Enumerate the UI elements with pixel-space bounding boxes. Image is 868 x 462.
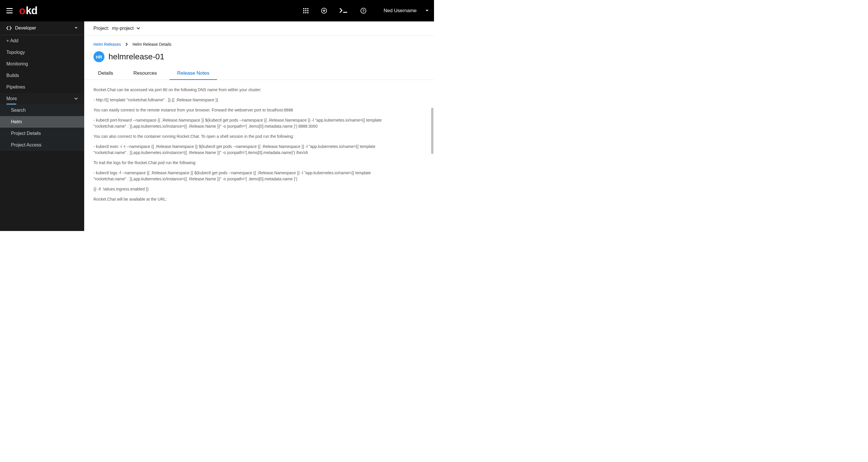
toolbar-icons: ? xyxy=(303,8,366,13)
page-header: Helm Releases Helm Release Details HR he… xyxy=(84,36,434,67)
breadcrumb-current: Helm Release Details xyxy=(132,42,172,47)
terminal-icon[interactable] xyxy=(340,8,348,13)
svg-text:?: ? xyxy=(362,9,365,13)
code-icon xyxy=(6,26,11,30)
sidebar-item-label: Monitoring xyxy=(6,61,28,66)
hamburger-menu-button[interactable] xyxy=(6,7,13,14)
notes-line: You can also connect to the container ru… xyxy=(93,134,402,140)
page-title-row: HR helmrelease-01 xyxy=(93,51,425,67)
sidebar: Developer + Add Topology Monitoring Buil… xyxy=(0,22,84,231)
notes-line: {{- if .Values.ingress.enabled }} xyxy=(93,186,402,192)
breadcrumb: Helm Releases Helm Release Details xyxy=(93,42,425,47)
tab-resources[interactable]: Resources xyxy=(126,67,164,80)
notes-line: - kubectl logs -f --namespace {{ .Releas… xyxy=(93,170,402,182)
notes-line: You can easily connect to the remote ins… xyxy=(93,107,402,113)
notes-line: Rocket.Chat will be available at the URL… xyxy=(93,196,402,202)
project-label: Project: xyxy=(93,26,109,31)
svg-rect-8 xyxy=(307,12,308,13)
sidebar-subitem-search[interactable]: Search xyxy=(0,105,84,116)
sidebar-subnav-more: Search Helm Project Details Project Acce… xyxy=(0,105,84,151)
chevron-right-icon xyxy=(126,42,128,46)
user-menu-dropdown[interactable]: Ned Username xyxy=(384,8,429,13)
sidebar-item-label: Project Details xyxy=(11,131,41,136)
perspective-label: Developer xyxy=(15,26,36,31)
svg-rect-6 xyxy=(303,12,304,13)
sidebar-item-pipelines[interactable]: Pipelines xyxy=(0,81,84,93)
svg-rect-5 xyxy=(307,10,308,11)
apps-grid-icon[interactable] xyxy=(303,8,308,13)
caret-down-icon xyxy=(425,9,429,12)
okd-logo[interactable]: okd xyxy=(19,5,37,16)
caret-down-icon xyxy=(74,27,78,29)
help-icon[interactable]: ? xyxy=(361,8,366,13)
tab-label: Details xyxy=(98,70,113,76)
masthead: okd ? Ned Username xyxy=(0,0,434,22)
chevron-down-icon xyxy=(74,97,78,100)
sidebar-subitem-helm[interactable]: Helm xyxy=(0,116,84,128)
notes-line: - http://{{ template "rocketchat.fullnam… xyxy=(93,97,402,103)
tab-release-notes[interactable]: Release Notes xyxy=(169,67,217,80)
tab-label: Release Notes xyxy=(177,70,210,76)
svg-rect-12 xyxy=(343,12,347,13)
page-body: Helm Releases Helm Release Details HR he… xyxy=(84,36,434,231)
svg-rect-3 xyxy=(303,10,304,11)
sidebar-item-label: Helm xyxy=(11,119,22,124)
caret-down-icon xyxy=(136,27,140,30)
sidebar-subitem-project-details[interactable]: Project Details xyxy=(0,128,84,139)
username-label: Ned Username xyxy=(384,8,416,13)
sidebar-item-add[interactable]: + Add xyxy=(0,35,84,47)
scrollbar-thumb[interactable] xyxy=(431,108,433,154)
main-content: Project: my-project Helm Releases Helm R… xyxy=(84,22,434,231)
sidebar-item-more[interactable]: More xyxy=(0,93,84,105)
sidebar-item-label: Topology xyxy=(6,50,25,55)
project-bar: Project: my-project xyxy=(84,22,434,36)
release-notes-content: Rocket.Chat can be accessed via port 80 … xyxy=(84,80,434,218)
svg-rect-11 xyxy=(322,10,326,11)
notes-line: Rocket.Chat can be accessed via port 80 … xyxy=(93,87,402,93)
perspective-switcher[interactable]: Developer xyxy=(0,22,84,35)
breadcrumb-parent-link[interactable]: Helm Releases xyxy=(93,42,121,47)
tab-details[interactable]: Details xyxy=(91,67,121,80)
sidebar-item-monitoring[interactable]: Monitoring xyxy=(0,58,84,70)
sidebar-item-label: More xyxy=(6,96,17,101)
sidebar-item-label: Builds xyxy=(6,73,19,78)
sidebar-item-label: + Add xyxy=(6,38,18,44)
sidebar-item-label: Search xyxy=(11,108,26,113)
sidebar-subitem-project-access[interactable]: Project Access xyxy=(0,139,84,151)
sidebar-item-label: Project Access xyxy=(11,142,41,148)
page-title: helmrelease-01 xyxy=(108,52,164,61)
project-value: my-project xyxy=(112,26,134,31)
svg-rect-7 xyxy=(305,12,306,13)
notes-line: To trail the logs for the Rocket.Chat po… xyxy=(93,160,402,166)
tab-label: Resources xyxy=(133,70,157,76)
sidebar-item-topology[interactable]: Topology xyxy=(0,47,84,58)
sidebar-item-builds[interactable]: Builds xyxy=(0,70,84,81)
notes-line: - kubectl exec -i -t --namespace {{ .Rel… xyxy=(93,144,402,156)
project-selector[interactable]: my-project xyxy=(112,26,140,31)
add-icon[interactable] xyxy=(321,8,327,13)
svg-rect-2 xyxy=(307,8,308,9)
svg-rect-4 xyxy=(305,10,306,11)
svg-rect-0 xyxy=(303,8,304,9)
resource-badge: HR xyxy=(93,51,104,62)
resource-badge-text: HR xyxy=(96,54,102,59)
sidebar-item-label: Pipelines xyxy=(6,85,25,90)
tabs: Details Resources Release Notes xyxy=(84,67,434,80)
notes-line: - kubectl port-forward --namespace {{ .R… xyxy=(93,117,402,129)
svg-rect-1 xyxy=(305,8,306,9)
